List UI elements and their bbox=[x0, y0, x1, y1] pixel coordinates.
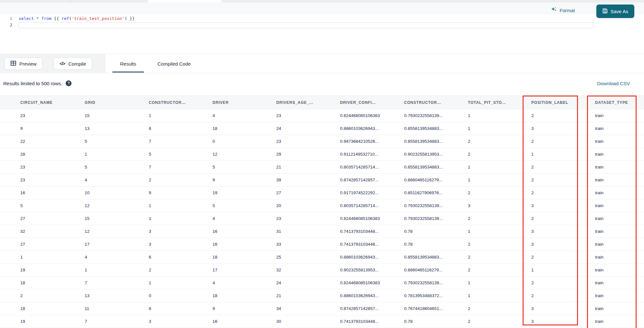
table-cell: 5 bbox=[213, 199, 276, 212]
table-cell: 0.8558139534883... bbox=[404, 122, 468, 135]
table-cell: 0.8742857142857... bbox=[340, 174, 404, 187]
table-row: 22570230.9473684210526...0.8558139534883… bbox=[0, 135, 644, 148]
compile-label: Compile bbox=[68, 61, 86, 67]
table-cell: 2 bbox=[468, 187, 531, 199]
table-cell: train bbox=[595, 315, 644, 328]
table-cell: train bbox=[595, 289, 644, 302]
table-cell: 0.824468085106383 bbox=[340, 277, 404, 289]
table-cell: 23 bbox=[0, 109, 85, 122]
table-row: 913618240.8860103626943...0.855813953488… bbox=[0, 122, 644, 135]
table-cell: 5 bbox=[85, 135, 149, 148]
table-cell: 0.7930232558139... bbox=[404, 212, 468, 225]
result-tabs: Results Compiled Code bbox=[112, 54, 191, 73]
table-row: 197316300.7413793103448...0.7823train bbox=[0, 315, 644, 328]
save-as-button[interactable]: Save As bbox=[596, 5, 634, 18]
table-cell: 29 bbox=[276, 148, 340, 161]
table-cell: 0.8558139534883... bbox=[404, 135, 468, 148]
table-cell: train bbox=[595, 161, 644, 174]
table-cell: 1 bbox=[85, 148, 149, 161]
table-cell: 1 bbox=[531, 264, 595, 277]
table-cell: 16 bbox=[213, 315, 276, 328]
table-cell: 31 bbox=[276, 225, 340, 238]
results-info-bar: Results limited to 500 rows. ? Download … bbox=[0, 73, 644, 93]
table-row: 213018210.8860103626943...0.781395348837… bbox=[0, 289, 644, 302]
table-cell: 3 bbox=[531, 199, 595, 212]
table-row: 51215200.8035714285714...0.7930232558139… bbox=[0, 199, 644, 212]
table-cell: 3 bbox=[531, 302, 595, 315]
table-cell: train bbox=[595, 277, 644, 289]
table-cell: 5 bbox=[0, 199, 85, 212]
table-cell: 3 bbox=[531, 122, 595, 135]
code-line-2-cursor-box[interactable] bbox=[18, 22, 593, 28]
compile-button[interactable]: </> Compile bbox=[53, 58, 92, 70]
table-cell: 19 bbox=[213, 187, 276, 199]
table-row: 14618250.8860103626943...0.8558139534883… bbox=[0, 251, 644, 264]
table-cell: 4 bbox=[85, 251, 149, 264]
code-editor[interactable]: 1 2 select * from {{ ref('train_test_pos… bbox=[0, 14, 644, 54]
table-cell: 0.7674418604651... bbox=[404, 302, 468, 315]
column-header: DRIVER_CONFI... bbox=[340, 96, 404, 109]
table-body: 231514230.8244680851063830.7930232558139… bbox=[0, 109, 644, 328]
table-cell: 19 bbox=[0, 315, 85, 328]
table-row: 191217320.9023255813953...0.886046511627… bbox=[0, 264, 644, 277]
table-cell: 17 bbox=[85, 238, 149, 251]
tab-compiled-code[interactable]: Compiled Code bbox=[157, 54, 191, 73]
table-cell: 0.7930232558139... bbox=[404, 199, 468, 212]
table-cell: 0.7930232558139... bbox=[404, 277, 468, 289]
table-row: 1610919270.9171974522292...0.85116279069… bbox=[0, 187, 644, 199]
table-cell: 28 bbox=[0, 148, 85, 161]
column-header: CONSTRUCTOR... bbox=[404, 96, 468, 109]
save-as-label: Save As bbox=[611, 9, 628, 14]
table-cell: 0.9023255813953... bbox=[340, 264, 404, 277]
table-cell: 1 bbox=[468, 161, 531, 174]
table-cell: 18 bbox=[213, 289, 276, 302]
active-file-tab[interactable] bbox=[148, 0, 222, 3]
help-icon[interactable]: ? bbox=[66, 80, 71, 86]
table-cell: train bbox=[595, 251, 644, 264]
table-cell: 1 bbox=[468, 277, 531, 289]
table-cell: 21 bbox=[276, 289, 340, 302]
preview-label: Preview bbox=[19, 61, 36, 67]
table-row: 2717316330.7413793103448...0.7823train bbox=[0, 238, 644, 251]
column-header: DRIVER bbox=[213, 96, 276, 109]
table-cell: 7 bbox=[149, 161, 213, 174]
table-cell: 0.8860103626943... bbox=[340, 122, 404, 135]
table-cell: 23 bbox=[0, 174, 85, 187]
table-cell: 1 bbox=[149, 277, 213, 289]
table-cell: 1 bbox=[149, 212, 213, 225]
table-cell: 23 bbox=[0, 161, 85, 174]
download-csv-link[interactable]: Download CSV bbox=[597, 73, 630, 93]
line-number-2: 2 bbox=[0, 23, 12, 27]
table-cell: 2 bbox=[531, 251, 595, 264]
table-cell: train bbox=[595, 148, 644, 161]
table-cell: 0.8860103626943... bbox=[340, 289, 404, 302]
table-cell: 3 bbox=[149, 225, 213, 238]
table-cell: 27 bbox=[0, 212, 85, 225]
table-cell: 4 bbox=[85, 174, 149, 187]
code-line-1[interactable]: select * from {{ ref('train_test_positio… bbox=[19, 16, 135, 21]
table-cell: 30 bbox=[276, 315, 340, 328]
table-cell: train bbox=[595, 225, 644, 238]
table-cell: 1 bbox=[468, 174, 531, 187]
editor-toolbar: Format Save As bbox=[0, 3, 644, 14]
table-cell: 0 bbox=[213, 135, 276, 148]
table-cell: 2 bbox=[531, 135, 595, 148]
table-cell: 11 bbox=[85, 302, 149, 315]
table-cell: 15 bbox=[85, 212, 149, 225]
table-cell: 10 bbox=[85, 187, 149, 199]
table-cell: train bbox=[595, 174, 644, 187]
format-button[interactable]: Format bbox=[551, 7, 575, 14]
tab-results[interactable]: Results bbox=[112, 54, 144, 73]
table-row: 23575210.8035714285714...0.8558139534883… bbox=[0, 161, 644, 174]
column-header: CONSTRUCTOR... bbox=[149, 96, 213, 109]
file-tab-strip[interactable] bbox=[0, 0, 644, 3]
table-cell: 13 bbox=[85, 289, 149, 302]
table-cell: 0.8860465116279... bbox=[404, 264, 468, 277]
preview-button[interactable]: Preview bbox=[5, 58, 43, 70]
table-row: 18714240.8244680851063830.7930232558139.… bbox=[0, 277, 644, 289]
tab-divider bbox=[71, 0, 71, 3]
line-number-1: 1 bbox=[0, 16, 12, 21]
save-icon bbox=[602, 8, 608, 14]
table-cell: 12 bbox=[213, 148, 276, 161]
table-cell: 5 bbox=[85, 161, 149, 174]
